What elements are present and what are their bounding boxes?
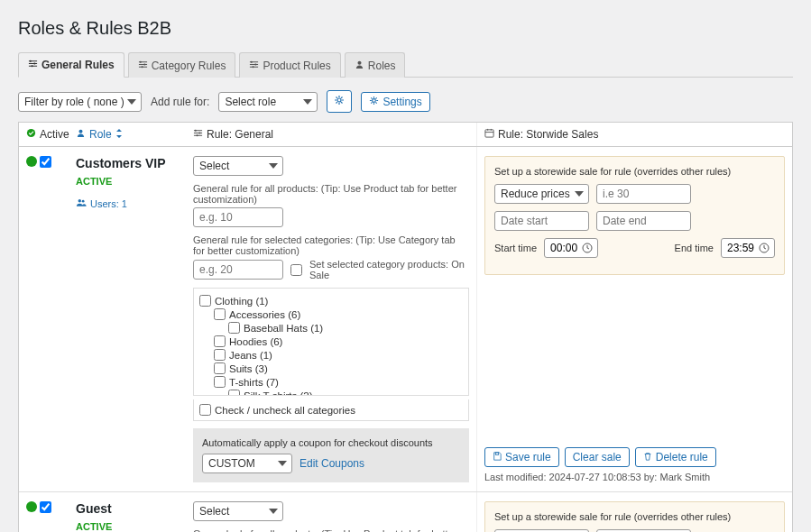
sale-title: Set up a storewide sale for rule (overri… xyxy=(494,511,775,522)
user-icon xyxy=(76,128,86,141)
role-status: ACTIVE xyxy=(76,176,179,187)
sale-box: Set up a storewide sale for rule (overri… xyxy=(484,156,785,275)
tab-label: Roles xyxy=(368,60,396,72)
svg-point-9 xyxy=(357,60,361,64)
reduce-type-select[interactable]: Reduce prices by xyxy=(494,184,589,204)
cat-item: Jeans (1) xyxy=(199,348,463,362)
svg-point-15 xyxy=(198,132,200,133)
sale-title: Set up a storewide sale for rule (overri… xyxy=(494,166,775,177)
save-rule-button[interactable]: Save rule xyxy=(484,447,559,467)
tab-product-rules[interactable]: Product Rules xyxy=(239,52,340,78)
reduce-amount-input[interactable] xyxy=(596,184,691,204)
date-start-input[interactable] xyxy=(494,211,589,231)
header-general: Rule: General xyxy=(186,123,476,146)
header-sale: Rule: Storwide Sales xyxy=(476,123,792,146)
tab-roles[interactable]: Roles xyxy=(345,52,406,78)
tab-category-rules[interactable]: Category Rules xyxy=(128,52,236,78)
status-dot xyxy=(26,501,37,512)
settings-label: Settings xyxy=(382,96,421,108)
coupon-hint: Automatically apply a coupon for checkou… xyxy=(202,437,460,448)
cat-item: Baseball Hats (1) xyxy=(199,321,463,335)
svg-point-14 xyxy=(195,130,197,132)
sort-icon xyxy=(115,128,123,141)
sale-box: Set up a storewide sale for rule (overri… xyxy=(484,501,785,532)
end-time-input[interactable] xyxy=(721,238,775,258)
coupon-box: Automatically apply a coupon for checkou… xyxy=(193,428,469,482)
toolbar: Filter by role ( none ) Add rule for: Se… xyxy=(18,87,793,122)
category-value-input[interactable] xyxy=(193,260,283,280)
svg-point-11 xyxy=(373,98,376,102)
start-time-label: Start time xyxy=(494,243,537,253)
svg-point-3 xyxy=(139,60,141,62)
svg-point-2 xyxy=(31,65,32,67)
check-all-row: Check / uncheck all categories xyxy=(193,399,469,421)
svg-point-18 xyxy=(78,199,81,202)
all-products-hint: General rule for all products: (Tip: Use… xyxy=(193,183,469,205)
delete-rule-button[interactable]: Delete rule xyxy=(635,447,716,467)
onsale-checkbox[interactable] xyxy=(290,264,302,276)
date-end-input[interactable] xyxy=(596,211,691,231)
add-rule-label: Add rule for: xyxy=(151,96,209,108)
user-icon xyxy=(355,60,364,72)
coupon-select[interactable]: CUSTOM xyxy=(202,454,292,473)
rule-active-checkbox[interactable] xyxy=(40,156,51,168)
svg-point-0 xyxy=(30,60,32,62)
cat-item: Suits (3) xyxy=(199,362,463,375)
header-active: Active xyxy=(19,123,69,146)
save-icon xyxy=(493,451,502,463)
sliders-icon xyxy=(249,60,259,72)
users-icon xyxy=(76,197,87,209)
settings-button[interactable]: Settings xyxy=(361,92,429,112)
svg-point-6 xyxy=(251,60,253,62)
check-circle-icon xyxy=(26,128,36,141)
cat-item: Accessories (6) xyxy=(199,307,463,321)
last-modified: Last modified: 2024-07-27 10:08:53 by: M… xyxy=(484,472,785,482)
svg-point-13 xyxy=(78,130,82,133)
tab-general-rules[interactable]: General Rules xyxy=(18,52,124,78)
tabs-nav: General Rules Category Rules Product Rul… xyxy=(18,51,793,78)
start-time-input[interactable] xyxy=(544,238,598,258)
general-rule-type-select[interactable]: Select xyxy=(193,501,283,521)
svg-point-7 xyxy=(255,63,257,65)
users-link[interactable]: Users: 1 xyxy=(76,197,179,209)
filter-by-role-select[interactable]: Filter by role ( none ) xyxy=(18,92,142,112)
categories-hint: General rule for selected categories: (T… xyxy=(193,234,469,256)
svg-point-8 xyxy=(253,66,254,68)
sliders-icon xyxy=(138,60,148,72)
end-time-label: End time xyxy=(675,243,714,253)
header-role[interactable]: Role xyxy=(69,123,186,146)
clear-sale-button[interactable]: Clear sale xyxy=(565,447,630,467)
check-all-checkbox[interactable] xyxy=(199,404,211,416)
rule-row: Guest ACTIVE Users: Regular guests (B2C)… xyxy=(19,492,792,532)
status-dot xyxy=(26,156,37,167)
cat-item: Clothing (1) xyxy=(199,294,463,307)
add-rule-role-select[interactable]: Select role xyxy=(218,92,318,112)
all-products-input[interactable] xyxy=(193,207,283,227)
svg-rect-20 xyxy=(495,453,498,455)
cat-item: Hoodies (6) xyxy=(199,335,463,348)
svg-point-16 xyxy=(196,134,198,136)
svg-point-4 xyxy=(143,63,145,65)
trash-icon xyxy=(643,451,652,463)
general-rule-type-select[interactable]: Select xyxy=(193,156,283,176)
rules-table: Active Role Rule: General xyxy=(18,122,793,532)
role-status: ACTIVE xyxy=(76,521,179,532)
table-header: Active Role Rule: General xyxy=(19,123,792,147)
svg-rect-17 xyxy=(485,130,493,137)
sliders-icon xyxy=(193,128,203,141)
edit-coupons-link[interactable]: Edit Coupons xyxy=(300,457,364,470)
svg-point-19 xyxy=(82,200,85,203)
category-tree[interactable]: Clothing (1) Accessories (6) Baseball Ha… xyxy=(193,288,469,396)
gear-icon xyxy=(334,95,345,108)
page-title: Roles & Rules B2B xyxy=(18,18,793,39)
rule-row: Customers VIP ACTIVE Users: 1 Select Gen… xyxy=(19,147,792,492)
tab-label: Product Rules xyxy=(263,60,330,72)
tab-label: General Rules xyxy=(41,59,115,71)
svg-point-5 xyxy=(141,66,143,68)
svg-point-10 xyxy=(337,98,341,102)
rule-active-checkbox[interactable] xyxy=(40,501,51,513)
add-rule-button[interactable] xyxy=(327,90,352,113)
calendar-icon xyxy=(484,128,494,141)
sliders-icon xyxy=(28,59,38,71)
gear-icon xyxy=(369,96,379,108)
